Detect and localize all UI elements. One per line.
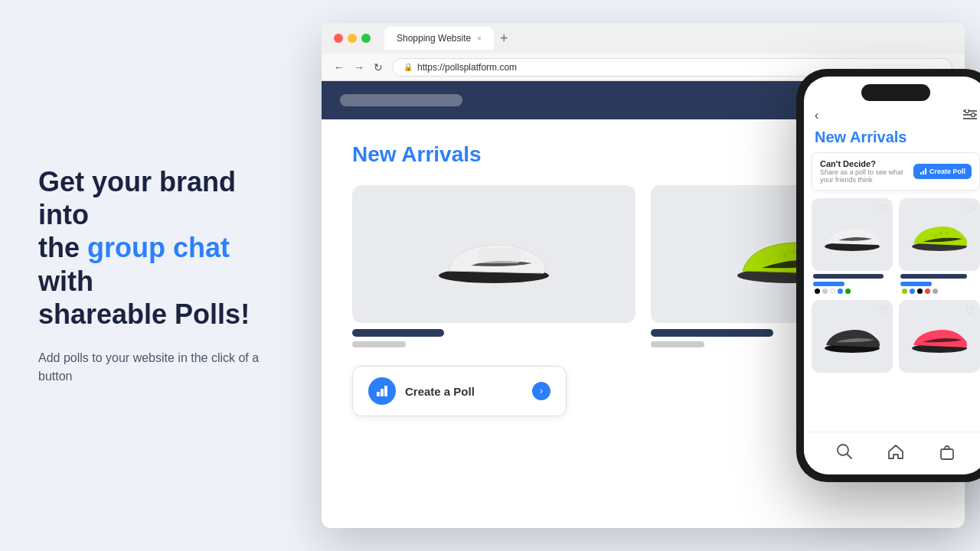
tab-bar: Shopping Website × + — [384, 27, 952, 50]
refresh-button[interactable]: ↻ — [374, 61, 383, 73]
cant-decide-title: Can't Decide? — [820, 159, 913, 168]
create-poll-small-label: Create Poll — [929, 168, 965, 175]
svg-point-24 — [935, 235, 937, 237]
phone-bottom-nav — [804, 432, 980, 474]
svg-point-4 — [792, 251, 795, 254]
bag-nav-icon[interactable] — [939, 443, 956, 464]
tab-title: Shopping Website — [397, 33, 471, 44]
phone-heart-4[interactable]: ♡ — [965, 305, 975, 317]
poll-icon — [368, 377, 396, 405]
phone-shoe-pink — [909, 319, 970, 354]
svg-point-25 — [940, 233, 942, 235]
phone-name-bar-1 — [813, 274, 884, 279]
color-dot — [902, 289, 907, 294]
phone-products-grid-row2: ♡ ♡ — [804, 300, 980, 373]
svg-rect-12 — [381, 389, 384, 396]
color-dot — [830, 289, 835, 294]
product-info-1 — [352, 329, 635, 347]
tab-close-btn[interactable]: × — [477, 34, 482, 43]
shoe-white-svg — [433, 223, 555, 285]
phone-color-dots-2 — [900, 289, 978, 294]
browser-container: Shopping Website × + ← → ↻ 🔒 https://pol… — [322, 0, 980, 551]
svg-rect-1 — [479, 248, 521, 263]
svg-rect-21 — [925, 168, 926, 174]
chevron-right-icon: › — [532, 382, 550, 400]
svg-point-3 — [783, 254, 786, 257]
phone-filter-icon[interactable] — [963, 109, 977, 122]
poll-bars-icon — [375, 384, 389, 398]
color-dot — [917, 289, 923, 294]
search-nav-icon[interactable] — [836, 443, 853, 464]
phone-heart-1[interactable]: ♡ — [878, 203, 888, 215]
traffic-light-yellow[interactable] — [348, 34, 357, 43]
phone-product-4: ♡ — [899, 300, 980, 373]
svg-point-26 — [946, 232, 949, 234]
new-tab-button[interactable]: + — [497, 31, 511, 47]
phone-product-info-2 — [899, 271, 980, 294]
back-button[interactable]: ← — [334, 61, 345, 73]
phone-product-card-3: ♡ — [812, 300, 893, 373]
color-dot — [815, 289, 820, 294]
phone-heart-2[interactable]: ♡ — [965, 203, 975, 215]
phone-frame: ‹ New Arrivals — [796, 69, 980, 482]
create-poll-button[interactable]: Create a Poll › — [352, 366, 567, 416]
product-price-bar-2 — [651, 341, 704, 347]
phone-products-grid: ♡ — [804, 198, 980, 294]
color-dot — [910, 289, 915, 294]
phone-heart-3[interactable]: ♡ — [878, 305, 888, 317]
forward-button[interactable]: → — [354, 61, 364, 73]
product-card-1 — [352, 185, 635, 347]
phone-name-bar-2 — [900, 274, 967, 279]
traffic-lights — [334, 34, 371, 43]
color-dot — [925, 289, 930, 294]
phone-product-card-1: ♡ — [812, 198, 893, 271]
phone-section-title: New Arrivals — [804, 129, 980, 152]
color-dot — [845, 289, 851, 294]
create-poll-label: Create a Poll — [405, 385, 523, 398]
svg-rect-11 — [377, 392, 380, 396]
svg-line-30 — [847, 454, 851, 458]
phone-product-1: ♡ — [812, 198, 893, 294]
left-section: Get your brand intothe group chat withsh… — [0, 119, 322, 432]
phone-product-card-2: ♡ — [899, 198, 980, 271]
highlight-text: group chat — [87, 232, 230, 263]
phone-product-info-1 — [812, 271, 893, 294]
phone-container: ‹ New Arrivals — [796, 69, 980, 482]
phone-notch — [861, 84, 930, 101]
svg-rect-19 — [920, 172, 922, 174]
phone-shoe-white — [822, 217, 883, 252]
phone-color-dots-1 — [813, 289, 891, 294]
cant-decide-banner: Can't Decide? Share as a poll to see wha… — [812, 152, 980, 191]
lock-icon: 🔒 — [403, 63, 413, 71]
phone-product-2: ♡ — [899, 198, 980, 294]
subtext: Add polls to your website in the click o… — [38, 349, 283, 386]
create-poll-small-button[interactable]: Create Poll — [913, 164, 972, 179]
browser-tab[interactable]: Shopping Website × — [384, 27, 494, 50]
color-dot — [822, 289, 828, 294]
product-name-bar-1 — [352, 329, 444, 337]
color-dot — [933, 289, 938, 294]
svg-point-18 — [972, 112, 975, 116]
headline: Get your brand intothe group chat withsh… — [38, 165, 283, 331]
product-price-bar-1 — [352, 341, 406, 347]
svg-rect-31 — [941, 449, 953, 459]
phone-back-icon[interactable]: ‹ — [815, 109, 818, 122]
phone-screen: ‹ New Arrivals — [804, 77, 980, 474]
phone-product-3: ♡ — [812, 300, 893, 373]
phone-shoe-dark — [822, 319, 883, 354]
svg-rect-13 — [384, 386, 387, 396]
browser-chrome: Shopping Website × + — [322, 23, 965, 54]
address-url: https://pollsplatform.com — [417, 62, 517, 73]
home-nav-icon[interactable] — [887, 443, 904, 464]
small-poll-icon — [920, 168, 927, 175]
product-image-1 — [352, 185, 635, 323]
color-dot — [838, 289, 843, 294]
traffic-light-red[interactable] — [334, 34, 343, 43]
phone-shoe-green — [909, 217, 970, 252]
svg-point-17 — [965, 109, 969, 113]
svg-rect-20 — [923, 171, 924, 174]
site-logo — [340, 94, 462, 106]
traffic-light-green[interactable] — [361, 34, 371, 43]
cant-decide-text: Can't Decide? Share as a poll to see wha… — [820, 159, 913, 184]
phone-price-bar-1 — [813, 282, 844, 286]
